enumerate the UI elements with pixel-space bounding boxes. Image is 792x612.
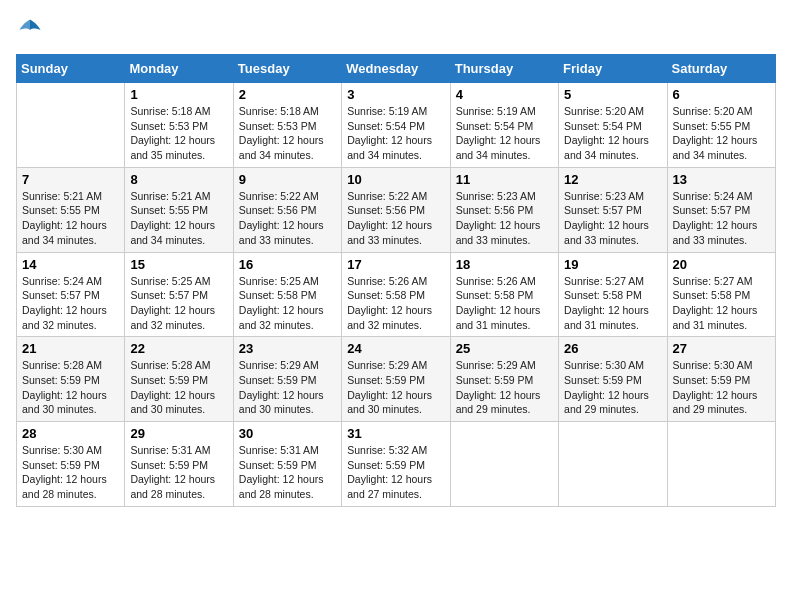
day-info: Sunrise: 5:24 AM Sunset: 5:57 PM Dayligh… (22, 274, 119, 333)
day-info: Sunrise: 5:28 AM Sunset: 5:59 PM Dayligh… (130, 358, 227, 417)
day-info: Sunrise: 5:18 AM Sunset: 5:53 PM Dayligh… (130, 104, 227, 163)
day-info: Sunrise: 5:31 AM Sunset: 5:59 PM Dayligh… (239, 443, 336, 502)
day-info: Sunrise: 5:23 AM Sunset: 5:57 PM Dayligh… (564, 189, 661, 248)
day-number: 26 (564, 341, 661, 356)
day-info: Sunrise: 5:20 AM Sunset: 5:54 PM Dayligh… (564, 104, 661, 163)
calendar-cell: 16Sunrise: 5:25 AM Sunset: 5:58 PM Dayli… (233, 252, 341, 337)
calendar-cell: 7Sunrise: 5:21 AM Sunset: 5:55 PM Daylig… (17, 167, 125, 252)
calendar-week-row: 7Sunrise: 5:21 AM Sunset: 5:55 PM Daylig… (17, 167, 776, 252)
day-number: 11 (456, 172, 553, 187)
day-info: Sunrise: 5:24 AM Sunset: 5:57 PM Dayligh… (673, 189, 770, 248)
day-number: 31 (347, 426, 444, 441)
day-info: Sunrise: 5:27 AM Sunset: 5:58 PM Dayligh… (564, 274, 661, 333)
calendar-cell: 26Sunrise: 5:30 AM Sunset: 5:59 PM Dayli… (559, 337, 667, 422)
day-info: Sunrise: 5:29 AM Sunset: 5:59 PM Dayligh… (456, 358, 553, 417)
day-info: Sunrise: 5:26 AM Sunset: 5:58 PM Dayligh… (456, 274, 553, 333)
day-number: 19 (564, 257, 661, 272)
day-number: 9 (239, 172, 336, 187)
day-number: 3 (347, 87, 444, 102)
day-number: 14 (22, 257, 119, 272)
day-number: 25 (456, 341, 553, 356)
calendar-cell: 1Sunrise: 5:18 AM Sunset: 5:53 PM Daylig… (125, 83, 233, 168)
column-header-wednesday: Wednesday (342, 55, 450, 83)
day-number: 20 (673, 257, 770, 272)
calendar-table: SundayMondayTuesdayWednesdayThursdayFrid… (16, 54, 776, 507)
calendar-week-row: 28Sunrise: 5:30 AM Sunset: 5:59 PM Dayli… (17, 422, 776, 507)
day-info: Sunrise: 5:25 AM Sunset: 5:57 PM Dayligh… (130, 274, 227, 333)
logo (16, 16, 46, 44)
day-number: 18 (456, 257, 553, 272)
day-number: 24 (347, 341, 444, 356)
day-number: 7 (22, 172, 119, 187)
column-header-friday: Friday (559, 55, 667, 83)
day-number: 13 (673, 172, 770, 187)
calendar-cell (559, 422, 667, 507)
day-number: 1 (130, 87, 227, 102)
calendar-cell: 10Sunrise: 5:22 AM Sunset: 5:56 PM Dayli… (342, 167, 450, 252)
day-info: Sunrise: 5:29 AM Sunset: 5:59 PM Dayligh… (347, 358, 444, 417)
day-info: Sunrise: 5:23 AM Sunset: 5:56 PM Dayligh… (456, 189, 553, 248)
calendar-cell: 17Sunrise: 5:26 AM Sunset: 5:58 PM Dayli… (342, 252, 450, 337)
day-info: Sunrise: 5:22 AM Sunset: 5:56 PM Dayligh… (347, 189, 444, 248)
calendar-cell: 11Sunrise: 5:23 AM Sunset: 5:56 PM Dayli… (450, 167, 558, 252)
logo-icon (16, 16, 44, 44)
day-info: Sunrise: 5:31 AM Sunset: 5:59 PM Dayligh… (130, 443, 227, 502)
day-info: Sunrise: 5:30 AM Sunset: 5:59 PM Dayligh… (22, 443, 119, 502)
day-number: 29 (130, 426, 227, 441)
calendar-week-row: 1Sunrise: 5:18 AM Sunset: 5:53 PM Daylig… (17, 83, 776, 168)
day-number: 22 (130, 341, 227, 356)
calendar-week-row: 14Sunrise: 5:24 AM Sunset: 5:57 PM Dayli… (17, 252, 776, 337)
day-number: 23 (239, 341, 336, 356)
calendar-cell: 14Sunrise: 5:24 AM Sunset: 5:57 PM Dayli… (17, 252, 125, 337)
day-number: 28 (22, 426, 119, 441)
calendar-cell: 18Sunrise: 5:26 AM Sunset: 5:58 PM Dayli… (450, 252, 558, 337)
calendar-cell: 13Sunrise: 5:24 AM Sunset: 5:57 PM Dayli… (667, 167, 775, 252)
calendar-cell: 5Sunrise: 5:20 AM Sunset: 5:54 PM Daylig… (559, 83, 667, 168)
day-number: 2 (239, 87, 336, 102)
calendar-cell: 31Sunrise: 5:32 AM Sunset: 5:59 PM Dayli… (342, 422, 450, 507)
day-info: Sunrise: 5:19 AM Sunset: 5:54 PM Dayligh… (456, 104, 553, 163)
calendar-cell: 29Sunrise: 5:31 AM Sunset: 5:59 PM Dayli… (125, 422, 233, 507)
day-number: 4 (456, 87, 553, 102)
column-header-tuesday: Tuesday (233, 55, 341, 83)
day-number: 5 (564, 87, 661, 102)
calendar-cell: 30Sunrise: 5:31 AM Sunset: 5:59 PM Dayli… (233, 422, 341, 507)
day-info: Sunrise: 5:32 AM Sunset: 5:59 PM Dayligh… (347, 443, 444, 502)
page-header (16, 16, 776, 44)
column-header-sunday: Sunday (17, 55, 125, 83)
calendar-cell (667, 422, 775, 507)
day-number: 6 (673, 87, 770, 102)
day-info: Sunrise: 5:20 AM Sunset: 5:55 PM Dayligh… (673, 104, 770, 163)
calendar-cell: 19Sunrise: 5:27 AM Sunset: 5:58 PM Dayli… (559, 252, 667, 337)
day-number: 16 (239, 257, 336, 272)
day-number: 17 (347, 257, 444, 272)
calendar-cell (450, 422, 558, 507)
calendar-cell: 28Sunrise: 5:30 AM Sunset: 5:59 PM Dayli… (17, 422, 125, 507)
calendar-cell: 4Sunrise: 5:19 AM Sunset: 5:54 PM Daylig… (450, 83, 558, 168)
day-number: 8 (130, 172, 227, 187)
calendar-cell: 8Sunrise: 5:21 AM Sunset: 5:55 PM Daylig… (125, 167, 233, 252)
calendar-cell: 27Sunrise: 5:30 AM Sunset: 5:59 PM Dayli… (667, 337, 775, 422)
column-header-monday: Monday (125, 55, 233, 83)
day-number: 15 (130, 257, 227, 272)
calendar-cell: 22Sunrise: 5:28 AM Sunset: 5:59 PM Dayli… (125, 337, 233, 422)
column-header-thursday: Thursday (450, 55, 558, 83)
day-info: Sunrise: 5:26 AM Sunset: 5:58 PM Dayligh… (347, 274, 444, 333)
day-number: 21 (22, 341, 119, 356)
day-number: 30 (239, 426, 336, 441)
day-info: Sunrise: 5:21 AM Sunset: 5:55 PM Dayligh… (22, 189, 119, 248)
calendar-cell: 12Sunrise: 5:23 AM Sunset: 5:57 PM Dayli… (559, 167, 667, 252)
calendar-cell: 3Sunrise: 5:19 AM Sunset: 5:54 PM Daylig… (342, 83, 450, 168)
day-info: Sunrise: 5:22 AM Sunset: 5:56 PM Dayligh… (239, 189, 336, 248)
column-header-saturday: Saturday (667, 55, 775, 83)
calendar-cell: 24Sunrise: 5:29 AM Sunset: 5:59 PM Dayli… (342, 337, 450, 422)
day-info: Sunrise: 5:27 AM Sunset: 5:58 PM Dayligh… (673, 274, 770, 333)
calendar-cell: 9Sunrise: 5:22 AM Sunset: 5:56 PM Daylig… (233, 167, 341, 252)
day-number: 27 (673, 341, 770, 356)
calendar-cell: 25Sunrise: 5:29 AM Sunset: 5:59 PM Dayli… (450, 337, 558, 422)
calendar-cell: 21Sunrise: 5:28 AM Sunset: 5:59 PM Dayli… (17, 337, 125, 422)
calendar-header-row: SundayMondayTuesdayWednesdayThursdayFrid… (17, 55, 776, 83)
calendar-cell: 23Sunrise: 5:29 AM Sunset: 5:59 PM Dayli… (233, 337, 341, 422)
day-info: Sunrise: 5:29 AM Sunset: 5:59 PM Dayligh… (239, 358, 336, 417)
calendar-cell: 15Sunrise: 5:25 AM Sunset: 5:57 PM Dayli… (125, 252, 233, 337)
